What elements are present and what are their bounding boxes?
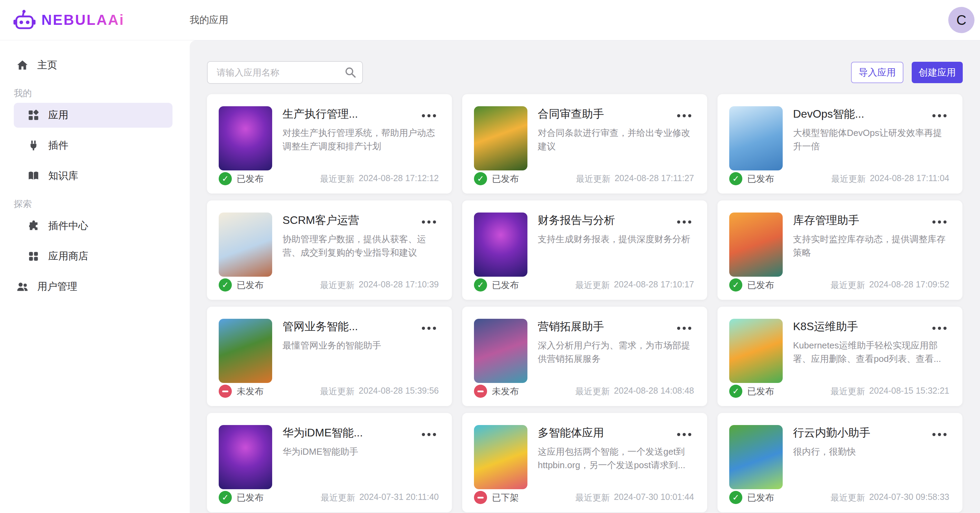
more-actions-button[interactable] (420, 325, 438, 332)
status-icon (729, 279, 742, 292)
app-description: 支持生成财务报表，提供深度财务分析 (538, 233, 694, 246)
more-actions-button[interactable] (930, 325, 948, 332)
more-actions-button[interactable] (930, 431, 948, 438)
create-app-button[interactable]: 创建应用 (912, 62, 963, 83)
dot-icon (682, 433, 686, 436)
app-card[interactable]: DevOps智能... 大模型智能体DevOps让研发效率再提升一倍 已发布 最… (718, 94, 963, 194)
more-actions-button[interactable] (420, 431, 438, 438)
more-actions-button[interactable] (675, 431, 694, 438)
user-avatar[interactable]: C (948, 7, 974, 33)
app-card-footer: 已发布 最近更新 2024-08-28 17:10:17 (474, 279, 694, 292)
app-card-footer: 未发布 最近更新 2024-08-28 14:08:48 (474, 385, 694, 398)
dot-icon (932, 327, 935, 330)
dot-icon (688, 327, 691, 330)
updated-time: 2024-07-30 10:01:44 (614, 492, 694, 503)
status-label: 已发布 (237, 279, 264, 291)
last-updated: 最近更新 2024-08-28 17:10:39 (320, 279, 439, 291)
app-card[interactable]: 管网业务智能... 最懂管网业务的智能助手 未发布 最近更新 2024-08-2… (207, 307, 452, 406)
status-icon (219, 491, 232, 504)
app-title: 库存管理助手 (793, 213, 949, 227)
app-card[interactable]: 营销拓展助手 深入分析用户行为、需求，为市场部提供营销拓展服务 未发布 最近更新… (462, 307, 707, 406)
app-card-footer: 已发布 最近更新 2024-08-28 17:11:04 (729, 172, 949, 185)
app-card-footer: 已发布 最近更新 2024-07-30 09:58:33 (729, 491, 949, 504)
last-updated: 最近更新 2024-07-31 20:11:40 (321, 492, 439, 503)
more-actions-button[interactable] (675, 325, 694, 332)
status-badge: 未发布 (474, 385, 519, 398)
more-actions-button[interactable] (675, 218, 694, 226)
more-actions-button[interactable] (420, 112, 438, 119)
more-actions-button[interactable] (930, 218, 948, 226)
import-app-button[interactable]: 导入应用 (851, 62, 904, 83)
status-badge: 已发布 (729, 491, 774, 504)
updated-time: 2024-07-30 09:58:33 (869, 492, 949, 503)
app-card[interactable]: K8S运维助手 Kubernetes运维助手轻松实现应用部署、应用删除、查看po… (718, 307, 963, 406)
brand-logo: NEBULAAi (0, 9, 190, 31)
sidebar-item-apps[interactable]: 应用 (14, 103, 172, 127)
app-card[interactable]: 合同审查助手 对合同条款进行审查，并给出专业修改建议 已发布 最近更新 2024… (462, 94, 707, 194)
app-card[interactable]: 行云内勤小助手 很内行，很勤快 已发布 最近更新 2024-07-30 09:5… (718, 413, 963, 512)
dot-icon (422, 114, 425, 117)
sidebar-item-app-store[interactable]: 应用商店 (0, 244, 190, 269)
app-card[interactable]: 库存管理助手 支持实时监控库存动态，提供调整库存策略 已发布 最近更新 2024… (718, 201, 963, 300)
more-actions-button[interactable] (930, 112, 948, 119)
last-updated: 最近更新 2024-07-30 09:58:33 (830, 492, 949, 503)
sidebar-item-home[interactable]: 主页 (0, 53, 190, 78)
app-description: 协助管理客户数据，提供从获客、运营、成交到复购的专业指导和建议 (283, 233, 439, 260)
dot-icon (433, 220, 436, 223)
app-card[interactable]: 财务报告与分析 支持生成财务报表，提供深度财务分析 已发布 最近更新 2024-… (462, 201, 707, 300)
status-icon (474, 279, 487, 292)
users-icon (17, 281, 28, 293)
app-card[interactable]: SCRM客户运营 协助管理客户数据，提供从获客、运营、成交到复购的专业指导和建议… (207, 201, 452, 300)
dot-icon (422, 433, 425, 436)
updated-time: 2024-08-28 17:10:17 (614, 279, 694, 291)
search-input[interactable] (207, 61, 363, 84)
app-description: 这应用包括两个智能，一个发送get到httpbin.org，另一个发送post请… (538, 445, 694, 472)
dot-icon (943, 433, 947, 436)
brand-wordmark: NEBULAAi (41, 12, 124, 28)
dot-icon (932, 433, 935, 436)
app-card[interactable]: 多智能体应用 这应用包括两个智能，一个发送get到httpbin.org，另一个… (462, 413, 707, 512)
dot-icon (677, 433, 680, 436)
more-actions-button[interactable] (675, 112, 694, 119)
dot-icon (943, 327, 947, 330)
sidebar-item-plugin-center[interactable]: 插件中心 (0, 213, 190, 238)
updated-time: 2024-08-28 17:09:52 (869, 279, 949, 291)
status-icon (729, 491, 742, 504)
app-thumbnail (474, 106, 527, 170)
last-updated: 最近更新 2024-08-28 14:08:48 (575, 386, 694, 397)
status-badge: 已发布 (219, 279, 264, 292)
updated-label: 最近更新 (831, 173, 866, 185)
app-card[interactable]: 华为iDME智能... 华为iDME智能助手 已发布 最近更新 2024-07-… (207, 413, 452, 512)
status-icon (474, 172, 487, 185)
app-description: 对合同条款进行审查，并给出专业修改建议 (538, 126, 694, 153)
app-description: 华为iDME智能助手 (283, 445, 439, 459)
updated-time: 2024-08-28 17:11:04 (870, 173, 949, 185)
app-card-footer: 已发布 最近更新 2024-07-31 20:11:40 (219, 491, 439, 504)
app-thumbnail (729, 425, 783, 489)
last-updated: 最近更新 2024-07-30 10:01:44 (575, 492, 694, 503)
app-card-footer: 已发布 最近更新 2024-08-28 17:11:27 (474, 172, 694, 185)
app-description: 很内行，很勤快 (793, 445, 949, 459)
app-thumbnail (729, 212, 783, 277)
app-description: 最懂管网业务的智能助手 (283, 339, 439, 352)
last-updated: 最近更新 2024-08-28 15:39:56 (320, 386, 439, 397)
app-thumbnail (474, 425, 527, 489)
updated-label: 最近更新 (575, 492, 610, 503)
updated-time: 2024-07-31 20:11:40 (360, 492, 439, 503)
sidebar-item-user-management[interactable]: 用户管理 (0, 274, 190, 299)
status-label: 已发布 (747, 173, 774, 185)
app-card[interactable]: 生产执行管理... 对接生产执行管理系统，帮助用户动态调整生产调度和排产计划 已… (207, 94, 452, 194)
search-icon[interactable] (344, 66, 357, 79)
sidebar-item-knowledge[interactable]: 知识库 (0, 164, 190, 188)
status-badge: 已发布 (729, 172, 774, 185)
more-actions-button[interactable] (420, 218, 438, 226)
sidebar-section-mine: 我的 (14, 87, 190, 99)
last-updated: 最近更新 2024-08-28 17:10:17 (575, 279, 694, 291)
app-title: 财务报告与分析 (538, 213, 694, 227)
sidebar-item-label: 应用 (48, 108, 68, 122)
app-title: DevOps智能... (793, 107, 949, 121)
sidebar-item-plugins[interactable]: 插件 (0, 133, 190, 158)
puzzle-icon (28, 220, 39, 232)
dot-icon (677, 327, 680, 330)
dot-icon (932, 114, 935, 117)
